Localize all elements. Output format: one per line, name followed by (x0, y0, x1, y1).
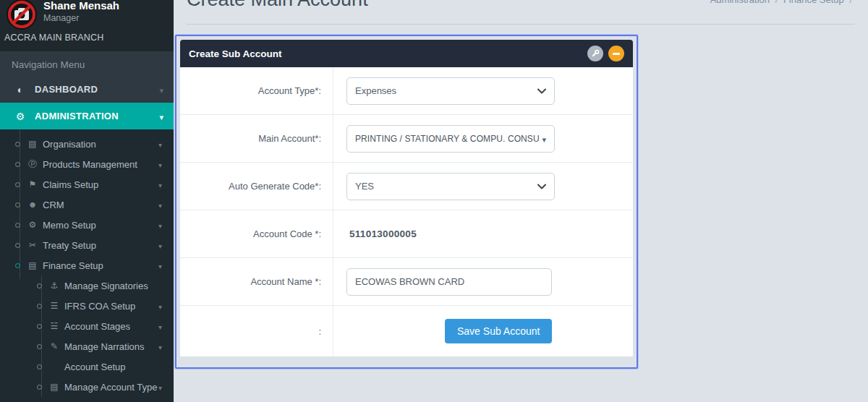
chevron-down-icon (158, 380, 162, 393)
bullet-icon (15, 243, 20, 248)
chevron-down-icon (158, 320, 162, 333)
panel-header: Create Sub Account (180, 40, 633, 67)
chevron-down-icon (158, 158, 162, 171)
sidebar-item-label: Manage Account Type (64, 382, 158, 393)
sidebar-item-label: Treaty Setup (43, 240, 158, 251)
user-name: Shane Mensah (43, 0, 119, 12)
chevron-down-icon (159, 110, 163, 123)
sidebar-item-label: Finance Setup (43, 260, 158, 271)
organisation-icon: ▤ (27, 139, 38, 149)
active-bullet-icon (15, 263, 20, 268)
field-label: Account Code *: (180, 210, 333, 257)
user-panel: Shane Mensah Manager ACCRA MAIN BRANCH (0, 0, 174, 51)
chevron-down-icon (158, 299, 162, 312)
administration-submenu: ▤ Organisation Ⓟ Products Management ⚑ C… (0, 129, 174, 402)
sidebar-item-finance-setup[interactable]: ▤ Finance Setup (0, 255, 174, 275)
auto-generate-code-select[interactable]: YES (346, 173, 555, 200)
gear-icon: ⚙ (13, 111, 27, 122)
chevron-down-icon (158, 218, 162, 231)
chevron-down-icon (537, 184, 546, 189)
sidebar-item-label: Memo Setup (43, 220, 158, 231)
sidebar-item-label: Organisation (43, 139, 158, 150)
header-divider (187, 24, 855, 25)
create-sub-account-panel: Create Sub Account Account Type*: Expens… (175, 35, 638, 369)
dashboard-icon: ◐ (13, 84, 27, 95)
sidebar-item-account-stages[interactable]: ☱ Account Stages (0, 316, 174, 336)
sidebar-item-memo-setup[interactable]: ⚙ Memo Setup (0, 215, 174, 235)
panel-collapse-button[interactable] (608, 46, 624, 61)
account-code-value: 511013000005 (346, 228, 417, 239)
claims-icon: ⚑ (27, 179, 38, 189)
sidebar-item-label: IFRS COA Setup (64, 301, 158, 312)
sidebar: Shane Mensah Manager ACCRA MAIN BRANCH N… (0, 0, 174, 402)
chevron-down-icon (158, 340, 162, 353)
bullet-icon (15, 162, 20, 167)
chevron-down-icon (159, 83, 163, 96)
breadcrumb-separator: / (849, 0, 852, 5)
sidebar-item-manage-narrations[interactable]: ✎ Manage Narrations (0, 336, 174, 356)
sidebar-item-label: Manage Signatories (64, 281, 162, 291)
sidebar-item-treaty-setup[interactable]: ✂ Treaty Setup (0, 235, 174, 255)
pencil-square-icon: ✎ (48, 341, 60, 351)
sidebar-item-label: Manage Narrations (64, 341, 158, 352)
sidebar-item-label: Account Setup (64, 362, 162, 372)
chevron-down-icon (158, 259, 162, 272)
selected-value: Expenses (355, 85, 537, 96)
bullet-icon (15, 142, 20, 147)
page-title: Create Main Account (187, 0, 368, 11)
database-icon: ☰ (48, 301, 60, 311)
gear-icon: ⚙ (27, 220, 38, 230)
sidebar-item-label: Account Stages (64, 321, 158, 332)
sidebar-item-label: Claims Setup (43, 179, 158, 190)
bullet-icon (15, 202, 20, 208)
chevron-down-icon (158, 137, 162, 150)
bullet-icon (37, 344, 42, 349)
form-row-account-name: Account Name *: (180, 258, 633, 306)
sidebar-item-crm[interactable]: ☻ CRM (0, 194, 174, 215)
breadcrumb-finance-setup[interactable]: Finance Setup (783, 0, 844, 5)
scissors-icon: ✂ (27, 240, 38, 250)
form-row-account-type: Account Type*: Expenses (180, 67, 633, 115)
sidebar-item-administration[interactable]: ⚙ ADMINISTRATION (0, 103, 174, 129)
sidebar-item-claims-setup[interactable]: ⚑ Claims Setup (0, 174, 174, 194)
sidebar-item-manage-signatories[interactable]: ⚓ Manage Signatories (0, 275, 174, 296)
breadcrumb-administration[interactable]: Administration (710, 0, 770, 5)
field-label: Account Type*: (180, 67, 333, 114)
bullet-icon (37, 385, 42, 390)
field-label: : (180, 306, 333, 356)
field-label: Account Name *: (180, 258, 333, 305)
user-role: Manager (43, 12, 119, 25)
form-row-account-code: Account Code *: 511013000005 (180, 210, 633, 258)
save-sub-account-button[interactable]: Save Sub Account (445, 319, 552, 343)
breadcrumb: Administration / Finance Setup / (710, 0, 855, 5)
bullet-icon (15, 182, 20, 187)
form-row-main-account: Main Account*: PRINTING / STATIONARY & C… (180, 115, 633, 163)
chevron-down-icon (158, 178, 162, 191)
sidebar-item-label: DASHBOARD (35, 84, 159, 95)
sidebar-item-dashboard[interactable]: ◐ DASHBOARD (0, 76, 174, 103)
sidebar-item-organisation[interactable]: ▤ Organisation (0, 134, 174, 154)
sub-account-form: Account Type*: Expenses Main Account*: P… (180, 67, 633, 356)
finance-icon: ▤ (27, 260, 38, 270)
wrench-icon (590, 48, 600, 59)
main-account-select[interactable]: PRINTING / STATIONARY & COMPU. CONSU (346, 125, 555, 153)
finance-setup-submenu: ⚓ Manage Signatories ☰ IFRS COA Setup ☱ … (0, 275, 174, 397)
bullet-icon (37, 283, 42, 288)
form-row-auto-generate-code: Auto Generate Code*: YES (180, 163, 633, 210)
panel-settings-button[interactable] (587, 46, 603, 61)
chevron-down-icon (158, 239, 162, 252)
field-label: Auto Generate Code*: (180, 163, 333, 210)
sidebar-item-products-management[interactable]: Ⓟ Products Management (0, 154, 174, 174)
sidebar-item-manage-account-type[interactable]: ▤ Manage Account Type (0, 377, 174, 397)
no-photo-avatar-icon (6, 0, 38, 30)
sidebar-item-ifrs-coa-setup[interactable]: ☰ IFRS COA Setup (0, 296, 174, 316)
nav-menu-header: Navigation Menu (0, 51, 174, 76)
products-icon: Ⓟ (27, 158, 38, 171)
sidebar-item-account-setup[interactable]: Account Setup (0, 356, 174, 377)
selected-value: PRINTING / STATIONARY & COMPU. CONSU (355, 134, 542, 144)
main-content: Create Main Account Administration / Fin… (174, 0, 868, 402)
account-name-input[interactable] (346, 268, 552, 296)
account-type-select[interactable]: Expenses (346, 77, 555, 105)
account-type-icon: ▤ (48, 382, 60, 392)
panel-title: Create Sub Account (189, 48, 582, 59)
